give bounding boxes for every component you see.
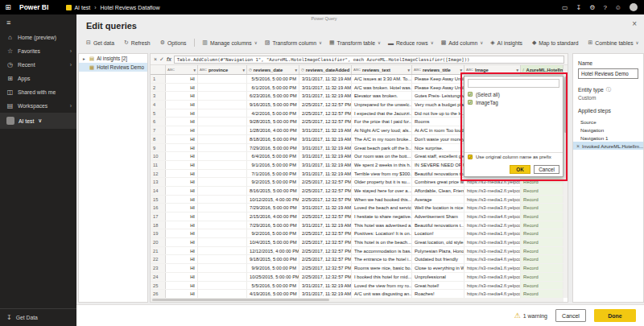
table-row[interactable]: 16 HI 7/29/2016, 5:00:00 PM 3/31/2017, 1… bbox=[151, 204, 564, 213]
table-row[interactable]: 22 HI 9/18/2015, 5:00:00 PM 2/25/2017, 1… bbox=[151, 255, 564, 264]
sidebar-item[interactable]: ⌂ Home (preview) bbox=[0, 31, 76, 44]
query-list-item[interactable]: ▸ ▤ AI insights [2] bbox=[79, 54, 147, 63]
cell-record-link[interactable]: Record bbox=[521, 238, 564, 246]
popup-search-input[interactable] bbox=[468, 79, 559, 88]
warning-status[interactable]: ⚠ 1 warning bbox=[514, 312, 547, 320]
vertical-scrollbar-thumb[interactable] bbox=[564, 76, 567, 133]
formula-cancel-icon[interactable]: × bbox=[154, 56, 157, 62]
info-icon[interactable]: ⓘ bbox=[606, 86, 611, 93]
checkbox-checked-icon[interactable]: ✓ bbox=[468, 92, 473, 97]
horizontal-scrollbar[interactable] bbox=[151, 298, 564, 302]
table-row[interactable]: 17 HI 2/15/2016, 4:00:00 PM 2/25/2017, 1… bbox=[151, 213, 564, 221]
checkbox-checked-icon[interactable]: ✓ bbox=[468, 100, 473, 105]
ribbon-button[interactable]: ◆ Map to standard bbox=[532, 39, 581, 46]
get-data-button[interactable]: ↧ Get Data bbox=[0, 308, 76, 326]
help-icon[interactable]: ? bbox=[603, 4, 606, 11]
chat-icon[interactable]: ▭ bbox=[562, 4, 568, 11]
filter-icon[interactable]: ▾ bbox=[193, 68, 196, 72]
applied-step-item[interactable]: × Invoked AzureML.HotelIm... bbox=[573, 142, 643, 150]
column-header[interactable]: ABC reviews_title ▾ bbox=[412, 65, 464, 74]
sidebar-item[interactable]: ☆ Favorites › bbox=[0, 44, 76, 58]
hamburger-icon[interactable]: ≡ bbox=[0, 14, 76, 31]
query-list-item[interactable]: ▦ Hotel Reviews Demo bbox=[79, 63, 147, 72]
sidebar-item[interactable]: ⊞ Apps bbox=[0, 72, 76, 85]
cell-record-link[interactable]: Record bbox=[521, 178, 564, 186]
applied-step-item[interactable]: Navigation 1 bbox=[573, 134, 643, 142]
formula-input[interactable]: Table.AddColumn(#"Navigation 1", "AzureM… bbox=[174, 56, 564, 64]
cell-record-link[interactable]: Record bbox=[521, 290, 564, 298]
done-button[interactable]: Done bbox=[594, 309, 636, 322]
prefix-checkbox-row[interactable]: ✓ Use original column name as prefix bbox=[468, 155, 551, 159]
sidebar-item[interactable]: ◫ Shared with me bbox=[0, 85, 76, 99]
column-header[interactable]: ◷ reviews_dateAdded ▾ bbox=[299, 65, 352, 74]
ribbon-button[interactable]: ⊞ Combine tables ∨ bbox=[588, 39, 638, 46]
popup-field-option[interactable]: ✓ ImageTag bbox=[468, 98, 559, 106]
sidebar-item[interactable]: ▤ Workspaces › bbox=[0, 99, 76, 113]
table-row[interactable]: 21 HI 12/12/2015, 4:00:00 PM 2/25/2017, … bbox=[151, 247, 564, 256]
column-header-azureml[interactable]: ƒ AzureML.HotelIm... ▾ bbox=[521, 65, 564, 74]
filter-icon[interactable]: ▾ bbox=[460, 68, 462, 72]
cell-record-link[interactable]: Record bbox=[521, 229, 564, 237]
ok-button[interactable]: OK bbox=[510, 165, 530, 174]
filter-icon[interactable]: ▾ bbox=[407, 68, 410, 72]
ribbon-button[interactable]: ⚙ Options bbox=[160, 39, 196, 47]
user-avatar[interactable] bbox=[630, 3, 638, 11]
column-header[interactable]: ◷ reviews_date ▾ bbox=[247, 65, 299, 74]
table-row[interactable]: 13 HI 9/2/2015, 5:00:00 PM 2/25/2017, 12… bbox=[151, 178, 564, 187]
cell-record-link[interactable]: Record bbox=[521, 264, 564, 272]
ribbon-button[interactable]: ↻ Refresh bbox=[124, 39, 153, 46]
table-row[interactable]: 23 HI 9/9/2016, 5:00:00 PM 2/25/2017, 12… bbox=[151, 264, 564, 273]
ribbon-button[interactable]: ▩ Add column ∨ bbox=[441, 39, 484, 46]
table-row[interactable]: 15 HI 10/12/2015, 4:00:00 PM 2/25/2017, … bbox=[151, 196, 564, 204]
waffle-menu-icon[interactable]: ⊞ bbox=[0, 3, 16, 11]
popup-cancel-button[interactable]: Cancel bbox=[534, 165, 559, 174]
table-row[interactable]: 14 HI 8/16/2015, 5:00:00 PM 2/25/2017, 1… bbox=[151, 187, 564, 196]
filter-icon[interactable]: ▾ bbox=[516, 68, 518, 72]
smiley-feedback-icon[interactable]: ☺ bbox=[615, 4, 621, 11]
sidebar-item[interactable]: ◷ Recent › bbox=[0, 58, 76, 72]
popup-field-option[interactable]: ✓ (Select all) bbox=[468, 90, 559, 98]
table-row[interactable]: 19 HI 9/2/2016, 5:00:00 PM 2/25/2017, 12… bbox=[151, 229, 564, 238]
fx-icon[interactable]: fx bbox=[167, 56, 171, 62]
delete-step-icon[interactable]: × bbox=[576, 143, 580, 149]
cell-record-link[interactable]: Record bbox=[521, 204, 564, 212]
column-header[interactable]: ABC province ▾ bbox=[198, 65, 247, 74]
cell-record-link[interactable]: Record bbox=[521, 282, 564, 290]
ribbon-button[interactable]: ▬ Reduce rows ∨ bbox=[388, 40, 434, 46]
download-icon[interactable]: ↧ bbox=[576, 4, 582, 11]
applied-step-item[interactable]: Source bbox=[573, 118, 643, 126]
table-row[interactable]: 20 HI 10/4/2015, 5:00:00 PM 2/25/2017, 1… bbox=[151, 238, 564, 247]
column-header[interactable]: ABC reviews_text ▾ bbox=[352, 65, 412, 74]
ribbon-button[interactable]: ▥ Manage columns ∨ bbox=[202, 39, 257, 46]
breadcrumb-workspace[interactable]: AI test bbox=[66, 5, 90, 10]
cell-record-link[interactable]: Record bbox=[521, 213, 564, 221]
horizontal-scrollbar-thumb[interactable] bbox=[152, 299, 329, 301]
cell-record-link[interactable]: Record bbox=[521, 196, 564, 204]
cell-record-link[interactable]: Record bbox=[521, 187, 564, 195]
vertical-scrollbar[interactable] bbox=[564, 65, 568, 298]
cell-record-link[interactable]: Record bbox=[521, 247, 564, 255]
column-header-image[interactable]: ABC Image ▾ bbox=[464, 65, 521, 74]
ribbon-button[interactable]: ◈ AI insights bbox=[490, 39, 525, 46]
cell-record-link[interactable]: Record bbox=[521, 255, 564, 263]
ribbon-button[interactable]: ⊟ Get data bbox=[86, 39, 117, 46]
cancel-button[interactable]: Cancel bbox=[555, 309, 586, 322]
ribbon-button[interactable]: ▦ Transform table ∨ bbox=[329, 39, 381, 46]
column-header[interactable]: ABC ▾ bbox=[166, 65, 198, 74]
app-logo[interactable]: Power BI bbox=[19, 3, 48, 11]
checkbox-checked-icon[interactable]: ✓ bbox=[468, 155, 473, 159]
table-row[interactable]: 25 HI 5/5/2016, 5:00:00 PM 3/31/2017, 11… bbox=[151, 282, 564, 291]
cell-record-link[interactable]: Record bbox=[521, 221, 564, 229]
cell-record-link[interactable]: Record bbox=[521, 273, 564, 281]
table-row[interactable]: 24 HI 10/25/2015, 5:00:00 PM 2/25/2017, … bbox=[151, 273, 564, 282]
applied-step-item[interactable]: Navigation bbox=[573, 126, 643, 134]
filter-icon[interactable]: ▾ bbox=[242, 68, 245, 72]
ribbon-button[interactable]: ▨ Transform column ∨ bbox=[265, 39, 322, 46]
formula-commit-icon[interactable]: ✓ bbox=[159, 56, 164, 63]
sidebar-item-current-workspace[interactable]: AI test ∨ bbox=[0, 113, 76, 129]
filter-icon[interactable]: ▾ bbox=[295, 68, 297, 72]
close-icon[interactable]: × bbox=[632, 19, 637, 28]
gear-icon[interactable]: ⚙ bbox=[589, 4, 595, 11]
table-row[interactable]: 18 HI 7/29/2016, 5:00:00 PM 3/31/2017, 1… bbox=[151, 221, 564, 230]
entity-name-input[interactable] bbox=[578, 68, 638, 79]
